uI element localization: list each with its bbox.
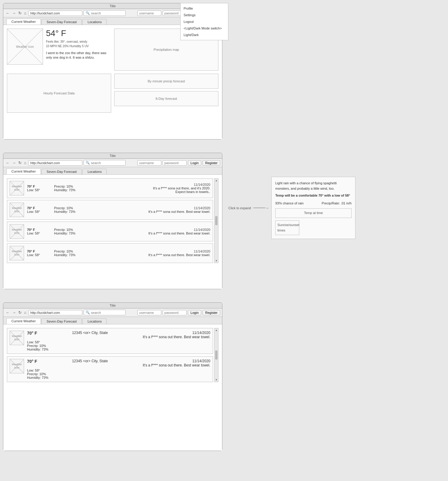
scrollbar-2[interactable]: ▲ ▼ — [214, 178, 218, 263]
location-stats-0: Low: 58° Precrip: 10% Humidity: 73% — [27, 340, 210, 351]
search-bar-1[interactable]: 🔍 — [84, 10, 126, 16]
browser-nav-bar-3: ← → ↻ ⌂ http://lucidchart.com 🔍 Login Re… — [3, 308, 222, 317]
tab-seven-day-3[interactable]: Seven-Day Forecast — [41, 318, 82, 324]
register-button-2[interactable]: Register — [203, 160, 220, 166]
scrollbar-3[interactable]: ▲ ▼ — [214, 328, 218, 382]
forecast-item-1[interactable]: WeatherIcon 70° F Low: 58° Precrip: 10% … — [7, 200, 213, 220]
login-button-3[interactable]: Login — [188, 310, 201, 315]
search-icon-1: 🔍 — [86, 11, 90, 15]
refresh-button-2[interactable]: ↻ — [18, 161, 22, 165]
location-icon-0: WeatherIcon — [10, 331, 24, 345]
password-input-2[interactable] — [163, 160, 187, 166]
forecast-content-area: WeatherIcon 70° F Low: 58° Precrip: 10% … — [7, 178, 218, 263]
home-button-2[interactable]: ⌂ — [23, 161, 27, 165]
location-temp-0: 70° F — [27, 331, 37, 335]
forecast-date-desc-3: 11/14/2020 It's a f**** sona out there. … — [87, 250, 210, 257]
dropdown-settings[interactable]: Settings — [184, 12, 225, 18]
search-input-1[interactable] — [91, 11, 124, 15]
by-minute-box: By minute precip forecast — [114, 74, 218, 89]
browser-window-3: Title ← → ↻ ⌂ http://lucidchart.com 🔍 Lo… — [3, 302, 222, 451]
tab-seven-day-2[interactable]: Seven-Day Forecast — [41, 169, 82, 174]
main-content-seven-day: WeatherIcon 70° F Low: 58° Precrip: 10% … — [3, 175, 222, 289]
location-item-1[interactable]: WeatherIcon 70° F 12345 <or> City, State — [7, 356, 213, 382]
forecast-items-area: WeatherIcon 70° F Low: 58° Precrip: 10% … — [7, 178, 213, 263]
forecast-icon-3: WeatherIcon — [10, 246, 24, 260]
refresh-button-1[interactable]: ↻ — [18, 11, 22, 15]
username-input-1[interactable] — [137, 11, 161, 16]
forecast-date-desc-2: 11/14/2020 It's a f**** sona out there. … — [87, 228, 210, 235]
weather-joke: I went to the zoo the other day, there w… — [46, 51, 111, 60]
location-header-0: 70° F 12345 <or> City, State 11/14/2020 … — [27, 331, 210, 339]
back-button-2[interactable]: ← — [5, 161, 10, 165]
tab-current-weather-1[interactable]: Current Weather — [6, 19, 41, 25]
arrow-connector: → — [253, 206, 269, 210]
forward-button-1[interactable]: → — [11, 11, 17, 15]
tab-current-weather-3[interactable]: Current Weather — [6, 318, 41, 324]
browser-window-2: Title ← → ↻ ⌂ http://lucidchart.com 🔍 Lo… — [3, 153, 222, 289]
forward-button-3[interactable]: → — [11, 310, 17, 315]
forecast-item-2[interactable]: WeatherIcon 70° F Low: 58° Precrip: 10% … — [7, 222, 213, 241]
dropdown-logout[interactable]: Logout — [184, 18, 225, 25]
forecast-humidity-0: Precrip: 10% Humidity: 73% — [54, 185, 84, 192]
locations-items-area: WeatherIcon 70° F 12345 <or> City, State — [7, 328, 213, 382]
arrow-head: → — [265, 206, 269, 210]
dropdown-menu: Profile Settings Logout <Light/Dark Mode… — [180, 3, 228, 40]
forecast-icon-0: WeatherIcon — [10, 181, 24, 195]
chance-rain: 93% chance of rain — [275, 201, 303, 206]
forecast-temp-3: 70° F Low: 58° — [27, 250, 51, 257]
location-header-1: 70° F 12345 <or> City, State 11/14/2020 … — [27, 359, 210, 367]
password-input-3[interactable] — [163, 310, 187, 315]
scroll-thumb-2[interactable] — [215, 216, 218, 225]
forecast-temp-0: 70° F Low: 58° — [27, 185, 51, 192]
home-button-1[interactable]: ⌂ — [23, 11, 27, 15]
feels-like: Feels like: 39°, overcast, windy 10 MPH … — [46, 39, 111, 48]
register-button-3[interactable]: Register — [203, 310, 220, 315]
page-title-1: Title — [110, 4, 116, 8]
weather-info: 54° F Feels like: 39°, overcast, windy 1… — [46, 29, 111, 60]
click-to-expand-label: Click to expand — [228, 206, 251, 210]
tab-seven-day-1[interactable]: Seven-Day Forecast — [41, 19, 82, 25]
auth-area-3: Login Register — [137, 310, 220, 315]
location-item-0[interactable]: WeatherIcon 70° F 12345 <or> City, State — [7, 328, 213, 354]
locations-content-area: WeatherIcon 70° F 12345 <or> City, State — [7, 328, 218, 382]
temp-at-time-box: Temp at time — [275, 208, 352, 218]
tab-locations-1[interactable]: Locations — [82, 19, 107, 25]
tab-locations-3[interactable]: Locations — [82, 318, 107, 324]
auth-area-2: Login Register — [137, 160, 220, 166]
page-title-2: Title — [110, 154, 116, 158]
scroll-down-3[interactable]: ▼ — [215, 378, 218, 381]
expand-description: Light rain with a chance of flying spagh… — [275, 181, 352, 191]
scroll-thumb-3[interactable] — [215, 351, 218, 360]
forward-button-2[interactable]: → — [11, 161, 17, 165]
dropdown-light-dark[interactable]: <Light/Dark Mode switch> Light/Dark — [184, 25, 225, 38]
tab-current-weather-2[interactable]: Current Weather — [6, 168, 41, 174]
search-input-2[interactable] — [91, 161, 124, 165]
main-content-locations: WeatherIcon 70° F 12345 <or> City, State — [3, 324, 222, 451]
location-temp-1: 70° F — [27, 359, 37, 364]
forecast-item-0[interactable]: WeatherIcon 70° F Low: 58° Precrip: 10% … — [7, 178, 213, 198]
url-text-1: http://lucidchart.com — [30, 11, 60, 15]
dropdown-profile[interactable]: Profile — [184, 5, 225, 12]
scroll-down-2[interactable]: ▼ — [215, 259, 218, 262]
location-date-0: 11/14/2020 It's a f**** sona out there. … — [143, 331, 210, 339]
refresh-button-3[interactable]: ↻ — [18, 310, 22, 315]
scroll-up-3[interactable]: ▲ — [215, 329, 218, 332]
forecast-icon-1: WeatherIcon — [10, 203, 24, 217]
location-details-1: 70° F 12345 <or> City, State 11/14/2020 … — [27, 359, 210, 379]
forecast-temp-1: 70° F Low: 58° — [27, 206, 51, 213]
login-button-2[interactable]: Login — [188, 160, 201, 166]
search-bar-3[interactable]: 🔍 — [84, 310, 126, 315]
scroll-up-2[interactable]: ▲ — [215, 179, 218, 182]
home-button-3[interactable]: ⌂ — [23, 310, 27, 315]
search-bar-2[interactable]: 🔍 — [84, 160, 126, 166]
location-name-0: 12345 <or> City, State — [37, 331, 143, 335]
tab-locations-2[interactable]: Locations — [82, 169, 107, 174]
search-input-3[interactable] — [91, 311, 124, 314]
forecast-item-3[interactable]: WeatherIcon 70° F Low: 58° Precrip: 10% … — [7, 243, 213, 263]
username-input-2[interactable] — [137, 160, 161, 166]
back-button-1[interactable]: ← — [5, 11, 10, 15]
back-button-3[interactable]: ← — [5, 310, 10, 315]
forecast-date-desc-0: 11/14/2020 It's a f**** sona out there, … — [87, 183, 210, 194]
username-input-3[interactable] — [137, 310, 161, 315]
location-date-1: 11/14/2020 It's a f**** sona out there. … — [143, 359, 210, 367]
